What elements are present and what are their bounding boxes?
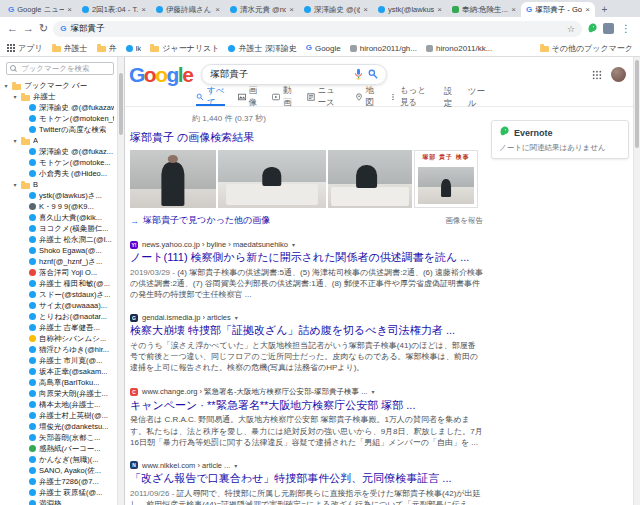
bookmark-item-row[interactable]: Shoko Egawa(@...	[0, 245, 124, 256]
bookmark-item-row[interactable]: 弁護士 市川寛(@...	[0, 355, 124, 366]
new-tab-button[interactable]: +	[598, 3, 611, 16]
bookmark-item-row[interactable]: 感熱紙(バーコー...	[0, 443, 124, 454]
bookmark-item-row[interactable]: 深澤諭史 @(@fukaz...	[0, 146, 124, 157]
sidebar-scrollbar-thumb[interactable]	[119, 73, 123, 135]
report-images-link[interactable]: 画像を報告	[445, 216, 483, 226]
reload-button[interactable]: ↻	[39, 23, 48, 34]
tab-close-icon[interactable]: ×	[289, 5, 294, 14]
bookmark-item-row[interactable]: 橋本太地(弁護士...	[0, 399, 124, 410]
result-menu-caret-icon[interactable]: ▾	[292, 241, 295, 248]
image-result-thumbnail[interactable]	[130, 150, 216, 208]
bookmark-item-row[interactable]: とりねお(@naotar...	[0, 311, 124, 322]
bookmark-search-input[interactable]	[21, 64, 110, 73]
bookmark-folder-row[interactable]: ▾B	[0, 179, 124, 190]
tab-close-icon[interactable]: ×	[585, 5, 590, 14]
image-result-thumbnail[interactable]: 塚部 貴子 検事	[414, 150, 478, 208]
bookmark-bar-item[interactable]: 弁護士 深澤諭史	[228, 43, 296, 54]
browser-tab[interactable]: ystk(@lawkus...×	[373, 2, 447, 17]
browser-tab[interactable]: 深澤諭史 @(@fu...×	[299, 2, 373, 17]
sidebar-scrollbar[interactable]	[117, 57, 124, 505]
google-apps-grid-icon[interactable]	[592, 66, 602, 84]
tab-close-icon[interactable]: ×	[363, 5, 368, 14]
bookmark-bar-item[interactable]: 弁護士	[52, 43, 88, 54]
page-scrollbar-thumb[interactable]	[635, 60, 639, 148]
bookmark-item-row[interactable]: 落合洋司 Yoji O...	[0, 267, 124, 278]
bookmark-item-row[interactable]: 弁護士 松永潤二(@l...	[0, 234, 124, 245]
profile-avatar[interactable]	[611, 67, 626, 82]
result-url-row[interactable]: Nwww.nikkei.com › article ...▾	[130, 461, 483, 470]
result-url-row[interactable]: Y!news.yahoo.co.jp › byline › maedatsune…	[130, 240, 483, 249]
bookmark-folder-row[interactable]: ▾ブックマーク バー	[0, 80, 124, 91]
image-results-heading[interactable]: 塚部貴子 の画像検索結果	[130, 130, 483, 145]
tab-close-icon[interactable]: ×	[215, 5, 220, 14]
expand-arrow-icon[interactable]: ▾	[3, 82, 9, 89]
search-tab-more[interactable]: もっと見る	[389, 90, 431, 106]
result-menu-caret-icon[interactable]: ▾	[234, 462, 237, 469]
bookmark-item-row[interactable]: 高島章(BarlToku...	[0, 377, 124, 388]
bookmark-item-row[interactable]: Twitterの高度な検索	[0, 124, 124, 135]
search-tab-news[interactable]: ニュース	[307, 90, 342, 106]
expand-arrow-icon[interactable]: ▾	[12, 93, 18, 100]
more-images-link[interactable]: 塚部貴子で見つかった他の画像	[143, 214, 270, 227]
search-tab-image[interactable]: 画像	[238, 90, 260, 106]
bookmark-item-row[interactable]: 弁護士7286(@7...	[0, 476, 124, 487]
bookmark-item-row[interactable]: 弁護士村上英樹(@...	[0, 410, 124, 421]
bookmark-item-row[interactable]: K・9 9 9(@K9...	[0, 201, 124, 212]
google-search-box[interactable]: 塚部貴子	[201, 64, 387, 85]
bookmark-item-row[interactable]: 猫淫ひろゆき(@hir...	[0, 344, 124, 355]
bookmark-item-row[interactable]: かんなぎ(無職)(...	[0, 454, 124, 465]
tab-close-icon[interactable]: ×	[437, 5, 442, 14]
result-url-row[interactable]: Cwww.change.org › 緊急署名-大阪地方検察庁公安部-塚部貴子検事…	[130, 387, 483, 397]
bookmark-folder-row[interactable]: ▾弁護士	[0, 91, 124, 102]
page-scrollbar[interactable]	[633, 57, 640, 505]
result-title-link[interactable]: 「改ざん報告で口裏合わせ」特捜部事件公判、元同僚検事証言 ...	[130, 472, 483, 486]
result-menu-caret-icon[interactable]: ▾	[371, 388, 374, 395]
search-tab-video[interactable]: 動画	[272, 90, 294, 106]
bookmark-item-row[interactable]: 向原栄大朗(弁護士...	[0, 388, 124, 399]
image-result-thumbnail[interactable]	[218, 150, 326, 208]
other-bookmarks-button[interactable]: その他のブックマーク	[540, 43, 634, 54]
bookmark-search-box[interactable]	[6, 62, 114, 75]
bookmark-item-row[interactable]: ystk(@lawkus)さ...	[0, 190, 124, 201]
bookmark-bar-item[interactable]: lk	[126, 44, 142, 53]
search-tab-map[interactable]: 地図	[355, 90, 377, 106]
bookmark-item-row[interactable]: 自称神シバンムシ...	[0, 333, 124, 344]
bookmark-bar-item[interactable]: GGoogle	[306, 44, 341, 53]
back-button[interactable]: ←	[7, 23, 18, 34]
bookmark-item-row[interactable]: 深澤諭史 @(@fukazaw...	[0, 102, 124, 113]
bookmark-item-row[interactable]: ヨコクメ(横粂勝仁...	[0, 223, 124, 234]
bookmark-bar-item[interactable]: hirono2011/kk...	[426, 44, 492, 53]
bookmark-bar-item[interactable]: 弁	[97, 43, 117, 54]
bookmark-item-row[interactable]: スドー(@stdaux)さ...	[0, 289, 124, 300]
bookmark-bar-item[interactable]: ジャーナリスト	[150, 43, 219, 54]
bookmark-item-row[interactable]: 壇俊光(@danketsu...	[0, 421, 124, 432]
expand-arrow-icon[interactable]: ▾	[12, 137, 18, 144]
result-url-row[interactable]: Ggendai.ismedia.jp › articles▾	[130, 313, 483, 322]
address-bar[interactable]: G 塚部貴子 ☆	[53, 21, 582, 37]
bookmark-item-row[interactable]: 弁護士 萩原猛(@...	[0, 487, 124, 498]
bookmark-star-icon[interactable]: ☆	[567, 24, 575, 34]
browser-tab[interactable]: 2回1表:04 - T...×	[77, 2, 151, 17]
expand-arrow-icon[interactable]: ▾	[12, 181, 18, 188]
bookmark-item-row[interactable]: モトケン(@motoke...	[0, 157, 124, 168]
result-menu-caret-icon[interactable]: ▾	[235, 314, 238, 321]
extension-icon[interactable]	[603, 23, 614, 34]
tab-close-icon[interactable]: ×	[67, 5, 72, 14]
tab-close-icon[interactable]: ×	[141, 5, 146, 14]
search-tab-search[interactable]: すべて	[196, 90, 225, 106]
browser-tab[interactable]: 伊藤詩織さんま...×	[151, 2, 225, 17]
bookmark-folder-row[interactable]: ▾A	[0, 135, 124, 146]
tab-close-icon[interactable]: ×	[511, 5, 516, 14]
result-title-link[interactable]: 検察大崩壊 特捜部「証拠改ざん」詰め腹を切るべき司法権力者 ...	[130, 324, 483, 338]
result-title-link[interactable]: キャンペーン · **緊急署名**大阪地方検察庁公安部 塚部 ...	[130, 399, 483, 413]
microphone-icon[interactable]	[354, 68, 363, 82]
bookmark-item-row[interactable]: モトケン(@motoken_t...	[0, 113, 124, 124]
evernote-extension-icon[interactable]	[587, 23, 598, 34]
bookmark-item-row[interactable]: 満淵格...	[0, 498, 124, 505]
bookmark-item-row[interactable]: 小倉秀夫 (@Hideo...	[0, 168, 124, 179]
bookmark-item-row[interactable]: サイ太(@uwaaaa)...	[0, 300, 124, 311]
bookmark-item-row[interactable]: hznf(@_hznf_)さ...	[0, 256, 124, 267]
browser-tab[interactable]: 奉納:危険生...×	[447, 2, 521, 17]
bookmark-item-row[interactable]: 喜久山大貴(@kik...	[0, 212, 124, 223]
browser-tab[interactable]: G塚部貴子 - Go...×	[521, 2, 595, 17]
